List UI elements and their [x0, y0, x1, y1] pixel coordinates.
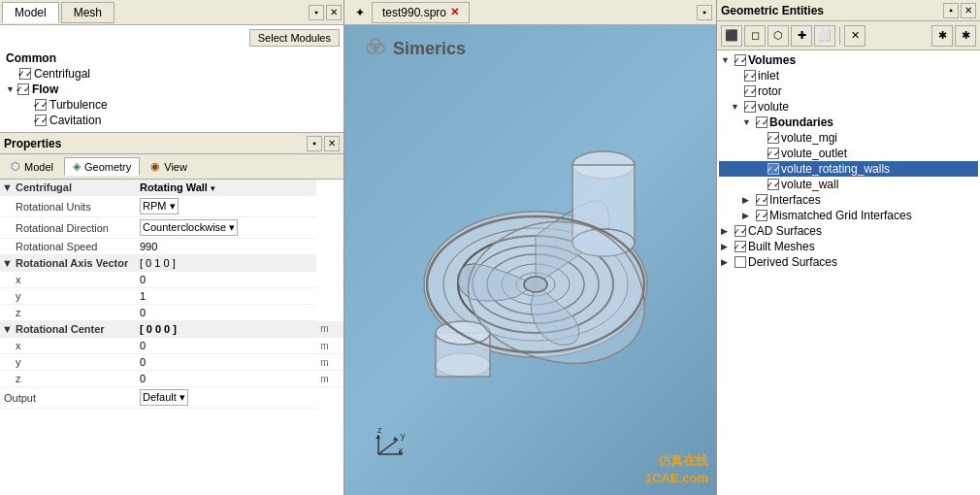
cavitation-checkbox[interactable]: ✓: [35, 115, 47, 126]
simerics-brand-icon: [364, 37, 387, 60]
geo-tree-item[interactable]: ✓volute_mgi: [719, 130, 978, 146]
geo-tree-item[interactable]: ✓volute_rotating_walls: [719, 161, 978, 177]
prop-label: ▼ Centrifugal: [0, 180, 136, 196]
geo-item-label: Boundaries: [769, 116, 833, 129]
geo-checkbox[interactable]: ✓: [756, 116, 768, 128]
geo-toolbar: ⬛ ◻ ⬡ ✚ ⬜ ✕ ✱ ✱: [717, 21, 980, 50]
toolbar-separator: [839, 27, 840, 45]
common-group: Common: [4, 50, 340, 66]
tab-mesh[interactable]: Mesh: [61, 2, 114, 23]
3d-model-viewport: [366, 95, 696, 425]
centrifugal-checkbox[interactable]: ✓: [19, 68, 31, 80]
geo-expand-icon[interactable]: ▶: [721, 257, 733, 267]
toolbar-btn-5[interactable]: ⬜: [814, 25, 835, 47]
props-tabbar: ⬡ Model ◈ Geometry ◉ View: [0, 154, 343, 180]
toolbar-btn-star2[interactable]: ✱: [955, 25, 976, 47]
flow-checkbox[interactable]: ✓: [17, 83, 29, 95]
geo-expand-icon[interactable]: ▼: [731, 102, 742, 112]
prop-unit: m: [316, 354, 343, 371]
svg-text:z: z: [377, 425, 382, 435]
toolbar-btn-4[interactable]: ✚: [791, 25, 812, 47]
svg-text:y: y: [401, 431, 406, 441]
geo-expand-icon[interactable]: ▼: [742, 117, 754, 127]
center-tab-close[interactable]: ✕: [450, 6, 459, 18]
geo-checkbox[interactable]: ✓: [768, 132, 779, 144]
geo-tree-item[interactable]: ✓volute_outlet: [719, 146, 978, 161]
prop-label: x: [0, 338, 136, 354]
prop-value[interactable]: RPM ▾: [136, 196, 316, 217]
center-tab-file[interactable]: test990.spro ✕: [372, 2, 470, 23]
geo-expand-icon[interactable]: ▶: [742, 195, 754, 205]
cavitation-label: Cavitation: [49, 114, 101, 127]
toolbar-btn-1[interactable]: ⬛: [721, 25, 742, 47]
center-tab-label: test990.spro: [382, 6, 446, 19]
geo-checkbox[interactable]: ✓: [744, 101, 756, 113]
close-btn[interactable]: ✕: [326, 5, 342, 20]
geo-tree-item[interactable]: ▼✓Boundaries: [719, 115, 978, 130]
geo-checkbox[interactable]: ✓: [744, 85, 756, 97]
toolbar-btn-3[interactable]: ⬡: [768, 25, 789, 47]
geo-tree-item[interactable]: ▶Derived Surfaces: [719, 254, 978, 270]
props-content: ▼ CentrifugalRotating Wall ▾Rotational U…: [0, 180, 343, 495]
geo-tree-item[interactable]: ✓inlet: [719, 68, 978, 83]
props-close-btn[interactable]: ✕: [324, 136, 340, 151]
geo-checkbox[interactable]: ✓: [756, 194, 768, 206]
new-tab-btn[interactable]: ✦: [348, 1, 372, 24]
centrifugal-item[interactable]: ✓ Centrifugal: [4, 66, 340, 82]
geo-item-label: CAD Surfaces: [748, 224, 822, 238]
geo-item-label: Derived Surfaces: [748, 255, 837, 269]
viewport[interactable]: Simerics: [344, 25, 716, 495]
geo-checkbox[interactable]: ✓: [768, 163, 779, 175]
toolbar-btn-2[interactable]: ◻: [744, 25, 766, 47]
geo-tree-item[interactable]: ▶✓Interfaces: [719, 192, 978, 208]
props-tab-view[interactable]: ◉ View: [142, 157, 196, 176]
center-restore-btn[interactable]: ▪: [697, 5, 712, 20]
center-panel: ✦ test990.spro ✕ ▪ Simerics: [344, 0, 716, 495]
prop-label: Rotational Direction: [0, 217, 136, 239]
props-tab-model[interactable]: ⬡ Model: [2, 157, 62, 176]
geo-restore-btn[interactable]: ▪: [943, 3, 959, 18]
props-restore-btn[interactable]: ▪: [307, 136, 322, 151]
cavitation-item[interactable]: ✓ Cavitation: [4, 113, 340, 128]
prop-label: ▼ Rotational Center: [0, 321, 136, 338]
geo-item-label: Mismatched Grid Interfaces: [769, 209, 912, 222]
turbulence-item[interactable]: ✓ Turbulence: [4, 97, 340, 113]
prop-label: z: [0, 371, 136, 387]
prop-value[interactable]: Default ▾: [136, 387, 316, 409]
geo-tree-item[interactable]: ✓rotor: [719, 83, 978, 99]
props-tab-geometry[interactable]: ◈ Geometry: [64, 157, 140, 176]
geo-checkbox[interactable]: ✓: [768, 148, 779, 159]
geo-checkbox[interactable]: ✓: [756, 210, 768, 221]
tab-model[interactable]: Model: [2, 2, 59, 23]
flow-group[interactable]: ▼ ✓ Flow: [4, 82, 340, 97]
geo-expand-icon[interactable]: ▶: [742, 211, 754, 220]
geo-checkbox[interactable]: ✓: [768, 179, 779, 190]
restore-btn[interactable]: ▪: [309, 5, 324, 20]
geo-entities-title: Geometric Entities: [721, 4, 943, 17]
geo-tree-item[interactable]: ▶✓CAD Surfaces: [719, 223, 978, 239]
toolbar-btn-delete[interactable]: ✕: [844, 25, 866, 47]
geo-tree-item[interactable]: ▼✓volute: [719, 99, 978, 115]
svg-line-19: [378, 440, 398, 454]
geo-checkbox[interactable]: ✓: [735, 54, 746, 66]
svg-point-18: [524, 277, 547, 292]
toolbar-btn-star1[interactable]: ✱: [931, 25, 953, 47]
geo-checkbox[interactable]: ✓: [744, 70, 756, 82]
geo-tree-item[interactable]: ▶✓Built Meshes: [719, 239, 978, 254]
geo-checkbox[interactable]: ✓: [735, 225, 746, 237]
geo-item-label: inlet: [758, 69, 779, 82]
geo-tree-item[interactable]: ✓volute_wall: [719, 177, 978, 192]
geo-checkbox[interactable]: ✓: [735, 241, 746, 252]
geo-tree-item[interactable]: ▶✓Mismatched Grid Interfaces: [719, 208, 978, 223]
geo-expand-icon[interactable]: ▼: [721, 55, 733, 65]
geo-tree-item[interactable]: ▼✓Volumes: [719, 52, 978, 68]
centrifugal-label: Centrifugal: [34, 67, 90, 81]
geo-checkbox[interactable]: [735, 256, 746, 268]
geo-expand-icon[interactable]: ▶: [721, 242, 733, 251]
geo-expand-icon[interactable]: ▶: [721, 226, 733, 236]
turbulence-checkbox[interactable]: ✓: [35, 99, 47, 111]
prop-value[interactable]: Counterclockwise ▾: [136, 217, 316, 239]
select-modules-button[interactable]: Select Modules: [249, 29, 340, 47]
geo-close-btn[interactable]: ✕: [961, 3, 976, 18]
right-panel: Geometric Entities ▪ ✕ ⬛ ◻ ⬡ ✚ ⬜ ✕ ✱ ✱ ▼…: [716, 0, 980, 495]
